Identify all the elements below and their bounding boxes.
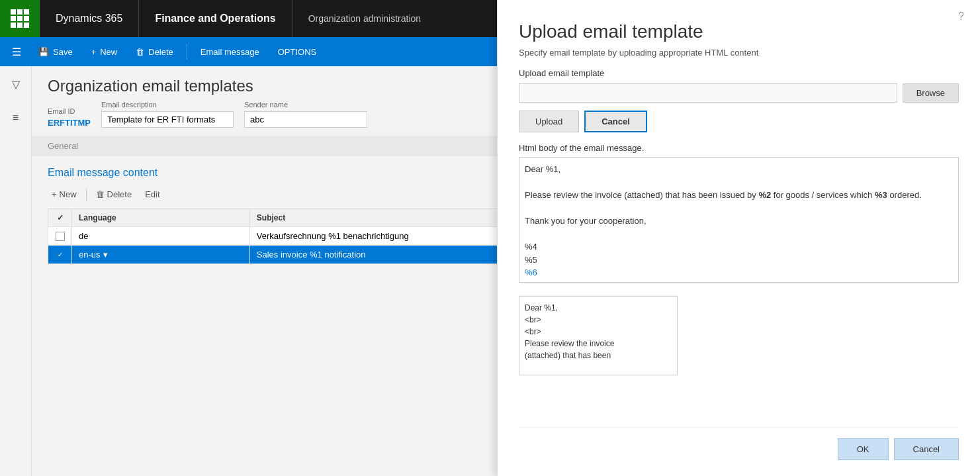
dynamics-brand: Dynamics 365 [40,0,139,37]
panel-footer: OK Cancel [519,427,959,460]
delete-icon: 🗑 [136,47,144,57]
row-enus-checkbox[interactable]: ✓ [56,250,65,260]
html-body-wrapper: Dear %1, Please review the invoice (atta… [519,157,959,283]
options-button[interactable]: OPTIONS [270,43,325,61]
new-icon: + [91,47,97,57]
dropdown-icon: ▾ [103,250,108,260]
panel-subtitle: Specify email template by uploading appr… [519,48,959,58]
help-icon[interactable]: ? [958,11,964,23]
upload-row: Browse [519,83,959,103]
row-enus-language: en-us ▾ [72,246,250,264]
inner-edit-button[interactable]: Edit [141,187,163,202]
row-de-check-cell [48,227,72,246]
email-id-value[interactable]: ERFTITMP [48,118,91,128]
browse-button[interactable]: Browse [903,83,959,103]
email-id-field: Email ID ERFTITMP [48,107,91,128]
sender-name-field: Sender name [244,101,367,128]
panel-title: Upload email template [519,21,959,42]
row-de-checkbox[interactable] [56,232,65,241]
col-check: ✓ [48,209,72,227]
inner-separator [86,189,87,201]
email-description-label: Email description [101,101,234,109]
upload-panel: ? Upload email template Specify email te… [497,0,980,476]
sender-name-input[interactable] [244,111,367,128]
html-body-label: Html body of the email message. [519,143,959,153]
org-section: Organization administration [292,0,437,37]
upload-label: Upload email template [519,68,959,78]
filter-icon[interactable]: ▽ [8,74,24,95]
inner-new-button[interactable]: + New [48,187,81,202]
action-row: Upload Cancel [519,111,959,132]
inner-delete-icon: 🗑 [96,189,105,199]
col-language: Language [72,209,250,227]
waffle-button[interactable] [0,0,40,37]
sender-name-label: Sender name [244,101,367,109]
inner-new-icon: + [52,189,57,199]
html-body-content[interactable]: Dear %1, Please review the invoice (atta… [519,157,959,283]
save-icon: 💾 [38,47,49,57]
row-de-language: de [72,227,250,246]
ok-button[interactable]: OK [838,438,889,460]
file-path-input[interactable] [519,83,897,103]
new-button[interactable]: + New [83,43,126,61]
separator [187,44,187,60]
row-enus-check-cell: ✓ [48,246,72,264]
inner-delete-button[interactable]: 🗑 Delete [92,187,136,202]
email-id-label: Email ID [48,107,91,115]
upload-button[interactable]: Upload [519,111,579,132]
html-preview-box: Dear %1, <br> <br> Please review the inv… [519,296,678,375]
email-description-field: Email description [101,101,234,128]
email-message-button[interactable]: Email message [193,43,267,61]
left-sidebar: ▽ ≡ [0,66,32,476]
cancel-small-button[interactable]: Cancel [584,111,647,132]
email-description-input[interactable] [101,111,234,128]
hamburger-button[interactable]: ☰ [5,42,28,62]
menu-icon[interactable]: ≡ [9,108,22,128]
delete-button[interactable]: 🗑 Delete [128,43,181,61]
cancel-footer-button[interactable]: Cancel [894,438,959,460]
save-button[interactable]: 💾 Save [30,43,81,61]
finance-module: Finance and Operations [139,0,292,37]
